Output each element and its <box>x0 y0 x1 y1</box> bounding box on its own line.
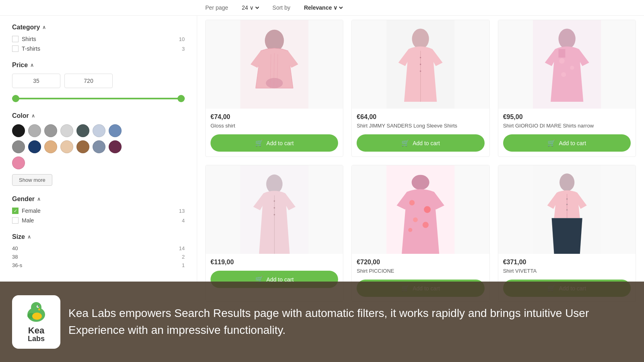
add-to-cart-button-2[interactable]: 🛒Add to cart <box>503 134 631 152</box>
product-price-5: €371,00 <box>503 259 631 266</box>
color-swatch-0[interactable] <box>12 124 25 137</box>
per-page-select[interactable]: 24 ∨ <box>240 4 260 11</box>
tshirts-label: T-shirts <box>22 45 40 52</box>
gender-arrow[interactable]: ∧ <box>37 196 41 202</box>
color-swatch-4[interactable] <box>76 124 89 137</box>
product-price-4: €720,00 <box>357 259 484 266</box>
product-price-1: €64,00 <box>357 113 484 121</box>
product-info-2: €95,00Shirt GIORGIO DI MARE Shirts narro… <box>498 109 636 156</box>
svg-point-15 <box>559 58 565 64</box>
size-title: Size ∧ <box>12 233 185 241</box>
color-swatch-9[interactable] <box>44 140 57 153</box>
add-to-cart-label-1: Add to cart <box>413 140 440 146</box>
slider-thumb-left[interactable] <box>12 95 19 102</box>
female-checkbox[interactable] <box>12 208 19 214</box>
add-to-cart-label-2: Add to cart <box>559 140 586 146</box>
size-38: 38 2 <box>12 254 185 260</box>
male-count: 4 <box>182 218 185 224</box>
product-image-0 <box>206 20 343 109</box>
shirts-checkbox[interactable] <box>12 36 19 42</box>
color-swatch-7[interactable] <box>12 140 25 153</box>
svg-point-13 <box>558 29 575 49</box>
svg-point-11 <box>420 70 421 72</box>
color-swatch-12[interactable] <box>93 140 105 153</box>
sort-select[interactable]: Relevance ∨ <box>302 4 344 11</box>
price-filter: Price ∧ <box>12 62 185 103</box>
category-title: Category ∧ <box>12 24 185 31</box>
price-max-input[interactable] <box>64 74 113 88</box>
svg-point-21 <box>274 200 275 202</box>
price-inputs <box>12 74 185 88</box>
color-grid <box>12 124 125 169</box>
color-swatch-14[interactable] <box>12 156 25 169</box>
svg-point-16 <box>570 66 574 70</box>
gender-title: Gender ∧ <box>12 195 185 203</box>
product-card-2: €95,00Shirt GIORGIO DI MARE Shirts narro… <box>498 20 636 157</box>
color-swatch-2[interactable] <box>44 124 57 137</box>
gender-filter: Gender ∧ Female 13 Male 4 <box>12 195 185 224</box>
category-arrow[interactable]: ∧ <box>42 25 46 30</box>
product-image-5 <box>498 165 636 254</box>
color-swatch-3[interactable] <box>60 124 73 137</box>
product-name-0: Gloss shirt <box>211 122 338 130</box>
price-slider[interactable] <box>12 95 185 103</box>
product-name-5: Shirt VIVETTA <box>503 267 631 275</box>
svg-point-26 <box>409 200 415 206</box>
svg-point-30 <box>409 228 413 232</box>
product-name-1: Shirt JIMMY SANDERS Long Sleeve Shirts <box>357 122 484 130</box>
svg-point-25 <box>412 175 429 190</box>
svg-point-28 <box>413 218 418 222</box>
product-card-1: €64,00Shirt JIMMY SANDERS Long Sleeve Sh… <box>351 20 489 157</box>
svg-point-38 <box>31 302 41 313</box>
color-swatch-13[interactable] <box>109 140 122 153</box>
color-swatch-11[interactable] <box>76 140 89 153</box>
banner-text: Kea Labs empowers Search Results page wi… <box>68 305 632 339</box>
male-label: Male <box>22 217 34 224</box>
price-arrow[interactable]: ∧ <box>30 62 34 68</box>
svg-point-2 <box>266 78 283 88</box>
color-swatch-1[interactable] <box>28 124 41 137</box>
price-min-input[interactable] <box>12 74 60 88</box>
size-arrow[interactable]: ∧ <box>27 234 31 240</box>
svg-point-19 <box>266 175 283 193</box>
size-36s: 36-s 1 <box>12 262 185 268</box>
show-more-button[interactable]: Show more <box>12 174 52 186</box>
category-tshirts[interactable]: T-shirts 3 <box>12 45 185 52</box>
tshirts-count: 3 <box>182 46 185 52</box>
color-arrow[interactable]: ∧ <box>31 113 35 119</box>
female-label: Female <box>22 208 41 214</box>
color-swatch-6[interactable] <box>109 124 122 137</box>
product-price-0: €74,00 <box>211 113 338 121</box>
sort-label: Sort by <box>272 4 290 11</box>
add-to-cart-button-1[interactable]: 🛒Add to cart <box>357 134 484 152</box>
tshirts-checkbox[interactable] <box>12 45 19 52</box>
gender-male[interactable]: Male 4 <box>12 217 185 224</box>
product-info-1: €64,00Shirt JIMMY SANDERS Long Sleeve Sh… <box>352 109 489 156</box>
male-checkbox[interactable] <box>12 217 19 224</box>
per-page-label: Per page <box>205 4 228 11</box>
product-image-4 <box>352 165 489 254</box>
color-swatch-8[interactable] <box>28 140 41 153</box>
price-title: Price ∧ <box>12 62 185 69</box>
svg-point-36 <box>566 209 568 210</box>
slider-thumb-right[interactable] <box>178 95 185 102</box>
svg-point-7 <box>412 29 429 49</box>
bottom-banner: Kea Labs Kea Labs empowers Search Result… <box>0 282 644 362</box>
svg-point-32 <box>559 173 574 191</box>
logo-parrot-icon <box>24 302 48 324</box>
svg-point-9 <box>420 57 421 58</box>
color-swatch-10[interactable] <box>60 140 73 153</box>
shirts-label: Shirts <box>22 36 36 42</box>
category-shirts[interactable]: Shirts 10 <box>12 36 185 42</box>
svg-point-35 <box>566 204 568 205</box>
product-info-0: €74,00Gloss shirt🛒Add to cart <box>206 109 343 156</box>
product-card-0: €74,00Gloss shirt🛒Add to cart <box>205 20 343 157</box>
add-to-cart-button-0[interactable]: 🛒Add to cart <box>211 134 338 152</box>
svg-point-34 <box>566 198 568 200</box>
color-swatch-5[interactable] <box>93 124 105 137</box>
gender-female[interactable]: Female 13 <box>12 208 185 214</box>
logo-box: Kea Labs <box>12 295 60 349</box>
svg-point-10 <box>420 64 421 65</box>
product-grid: €74,00Gloss shirt🛒Add to cart €64,00Shir… <box>205 20 636 302</box>
color-title: Color ∧ <box>12 112 185 119</box>
